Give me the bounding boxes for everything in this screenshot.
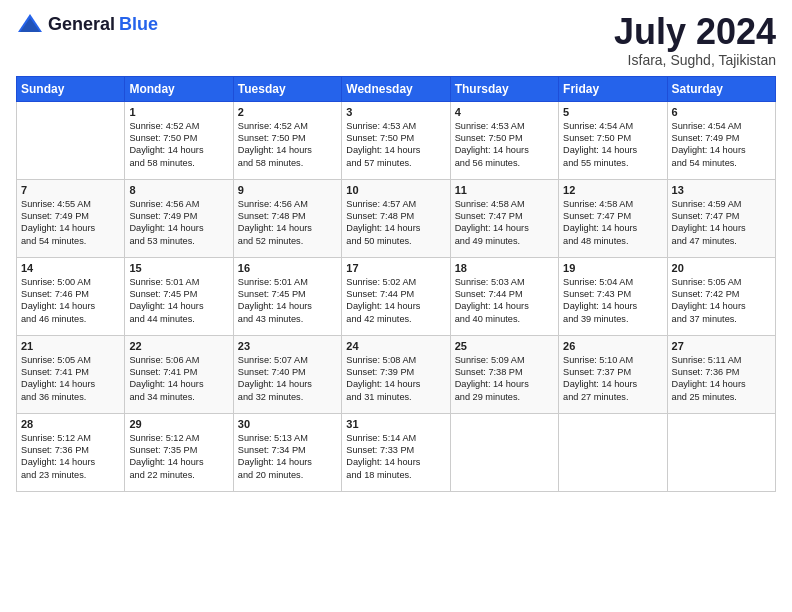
- calendar-cell: 11 Sunrise: 4:58 AMSunset: 7:47 PMDaylig…: [450, 179, 558, 257]
- calendar-cell: 30 Sunrise: 5:13 AMSunset: 7:34 PMDaylig…: [233, 413, 341, 491]
- day-info: Sunrise: 5:08 AMSunset: 7:39 PMDaylight:…: [346, 354, 445, 404]
- day-info: Sunrise: 4:55 AMSunset: 7:49 PMDaylight:…: [21, 198, 120, 248]
- day-info: Sunrise: 5:00 AMSunset: 7:46 PMDaylight:…: [21, 276, 120, 326]
- day-number: 25: [455, 340, 554, 352]
- logo-icon: [16, 12, 44, 36]
- calendar-cell: 15 Sunrise: 5:01 AMSunset: 7:45 PMDaylig…: [125, 257, 233, 335]
- day-info: Sunrise: 4:53 AMSunset: 7:50 PMDaylight:…: [346, 120, 445, 170]
- day-number: 13: [672, 184, 771, 196]
- day-info: Sunrise: 4:58 AMSunset: 7:47 PMDaylight:…: [563, 198, 662, 248]
- day-info: Sunrise: 5:13 AMSunset: 7:34 PMDaylight:…: [238, 432, 337, 482]
- day-info: Sunrise: 4:52 AMSunset: 7:50 PMDaylight:…: [238, 120, 337, 170]
- day-number: 24: [346, 340, 445, 352]
- calendar-cell: 22 Sunrise: 5:06 AMSunset: 7:41 PMDaylig…: [125, 335, 233, 413]
- logo-text-general: General: [48, 14, 115, 35]
- day-number: 14: [21, 262, 120, 274]
- day-info: Sunrise: 5:03 AMSunset: 7:44 PMDaylight:…: [455, 276, 554, 326]
- calendar-cell: 21 Sunrise: 5:05 AMSunset: 7:41 PMDaylig…: [17, 335, 125, 413]
- day-number: 2: [238, 106, 337, 118]
- day-info: Sunrise: 4:58 AMSunset: 7:47 PMDaylight:…: [455, 198, 554, 248]
- calendar-cell: [450, 413, 558, 491]
- calendar-week-3: 21 Sunrise: 5:05 AMSunset: 7:41 PMDaylig…: [17, 335, 776, 413]
- day-info: Sunrise: 5:01 AMSunset: 7:45 PMDaylight:…: [129, 276, 228, 326]
- day-number: 17: [346, 262, 445, 274]
- col-thursday: Thursday: [450, 76, 558, 101]
- calendar-cell: 6 Sunrise: 4:54 AMSunset: 7:49 PMDayligh…: [667, 101, 775, 179]
- col-monday: Monday: [125, 76, 233, 101]
- calendar-cell: [667, 413, 775, 491]
- day-info: Sunrise: 5:02 AMSunset: 7:44 PMDaylight:…: [346, 276, 445, 326]
- calendar-cell: 26 Sunrise: 5:10 AMSunset: 7:37 PMDaylig…: [559, 335, 667, 413]
- calendar-cell: 14 Sunrise: 5:00 AMSunset: 7:46 PMDaylig…: [17, 257, 125, 335]
- calendar-cell: 23 Sunrise: 5:07 AMSunset: 7:40 PMDaylig…: [233, 335, 341, 413]
- calendar-week-2: 14 Sunrise: 5:00 AMSunset: 7:46 PMDaylig…: [17, 257, 776, 335]
- calendar-cell: 17 Sunrise: 5:02 AMSunset: 7:44 PMDaylig…: [342, 257, 450, 335]
- day-number: 10: [346, 184, 445, 196]
- day-number: 1: [129, 106, 228, 118]
- logo: GeneralBlue: [16, 12, 158, 36]
- day-number: 31: [346, 418, 445, 430]
- calendar-cell: 9 Sunrise: 4:56 AMSunset: 7:48 PMDayligh…: [233, 179, 341, 257]
- day-info: Sunrise: 4:54 AMSunset: 7:50 PMDaylight:…: [563, 120, 662, 170]
- calendar-cell: 24 Sunrise: 5:08 AMSunset: 7:39 PMDaylig…: [342, 335, 450, 413]
- calendar-cell: 4 Sunrise: 4:53 AMSunset: 7:50 PMDayligh…: [450, 101, 558, 179]
- day-info: Sunrise: 4:57 AMSunset: 7:48 PMDaylight:…: [346, 198, 445, 248]
- calendar-table: Sunday Monday Tuesday Wednesday Thursday…: [16, 76, 776, 492]
- calendar-header: Sunday Monday Tuesday Wednesday Thursday…: [17, 76, 776, 101]
- day-number: 12: [563, 184, 662, 196]
- day-number: 18: [455, 262, 554, 274]
- day-info: Sunrise: 5:05 AMSunset: 7:41 PMDaylight:…: [21, 354, 120, 404]
- calendar-cell: 19 Sunrise: 5:04 AMSunset: 7:43 PMDaylig…: [559, 257, 667, 335]
- day-number: 5: [563, 106, 662, 118]
- header-area: GeneralBlue July 2024 Isfara, Sughd, Taj…: [16, 12, 776, 68]
- calendar-body: 1 Sunrise: 4:52 AMSunset: 7:50 PMDayligh…: [17, 101, 776, 491]
- calendar-cell: 27 Sunrise: 5:11 AMSunset: 7:36 PMDaylig…: [667, 335, 775, 413]
- calendar-cell: 7 Sunrise: 4:55 AMSunset: 7:49 PMDayligh…: [17, 179, 125, 257]
- day-info: Sunrise: 4:52 AMSunset: 7:50 PMDaylight:…: [129, 120, 228, 170]
- calendar-cell: [17, 101, 125, 179]
- day-number: 28: [21, 418, 120, 430]
- day-info: Sunrise: 5:11 AMSunset: 7:36 PMDaylight:…: [672, 354, 771, 404]
- calendar-cell: 31 Sunrise: 5:14 AMSunset: 7:33 PMDaylig…: [342, 413, 450, 491]
- calendar-week-0: 1 Sunrise: 4:52 AMSunset: 7:50 PMDayligh…: [17, 101, 776, 179]
- day-info: Sunrise: 4:54 AMSunset: 7:49 PMDaylight:…: [672, 120, 771, 170]
- day-number: 8: [129, 184, 228, 196]
- day-number: 7: [21, 184, 120, 196]
- day-number: 4: [455, 106, 554, 118]
- day-number: 9: [238, 184, 337, 196]
- header-row: Sunday Monday Tuesday Wednesday Thursday…: [17, 76, 776, 101]
- day-info: Sunrise: 4:59 AMSunset: 7:47 PMDaylight:…: [672, 198, 771, 248]
- calendar-cell: 8 Sunrise: 4:56 AMSunset: 7:49 PMDayligh…: [125, 179, 233, 257]
- calendar-cell: [559, 413, 667, 491]
- calendar-cell: 2 Sunrise: 4:52 AMSunset: 7:50 PMDayligh…: [233, 101, 341, 179]
- col-tuesday: Tuesday: [233, 76, 341, 101]
- day-number: 27: [672, 340, 771, 352]
- day-info: Sunrise: 5:10 AMSunset: 7:37 PMDaylight:…: [563, 354, 662, 404]
- title-area: July 2024 Isfara, Sughd, Tajikistan: [614, 12, 776, 68]
- calendar-cell: 5 Sunrise: 4:54 AMSunset: 7:50 PMDayligh…: [559, 101, 667, 179]
- calendar-cell: 12 Sunrise: 4:58 AMSunset: 7:47 PMDaylig…: [559, 179, 667, 257]
- calendar-cell: 25 Sunrise: 5:09 AMSunset: 7:38 PMDaylig…: [450, 335, 558, 413]
- col-friday: Friday: [559, 76, 667, 101]
- col-wednesday: Wednesday: [342, 76, 450, 101]
- day-info: Sunrise: 4:53 AMSunset: 7:50 PMDaylight:…: [455, 120, 554, 170]
- day-number: 3: [346, 106, 445, 118]
- calendar-cell: 3 Sunrise: 4:53 AMSunset: 7:50 PMDayligh…: [342, 101, 450, 179]
- calendar-cell: 29 Sunrise: 5:12 AMSunset: 7:35 PMDaylig…: [125, 413, 233, 491]
- calendar-cell: 16 Sunrise: 5:01 AMSunset: 7:45 PMDaylig…: [233, 257, 341, 335]
- day-number: 20: [672, 262, 771, 274]
- calendar-cell: 28 Sunrise: 5:12 AMSunset: 7:36 PMDaylig…: [17, 413, 125, 491]
- calendar-cell: 1 Sunrise: 4:52 AMSunset: 7:50 PMDayligh…: [125, 101, 233, 179]
- day-number: 26: [563, 340, 662, 352]
- day-info: Sunrise: 5:12 AMSunset: 7:36 PMDaylight:…: [21, 432, 120, 482]
- day-number: 19: [563, 262, 662, 274]
- day-number: 16: [238, 262, 337, 274]
- day-info: Sunrise: 5:04 AMSunset: 7:43 PMDaylight:…: [563, 276, 662, 326]
- calendar-cell: 20 Sunrise: 5:05 AMSunset: 7:42 PMDaylig…: [667, 257, 775, 335]
- calendar-cell: 10 Sunrise: 4:57 AMSunset: 7:48 PMDaylig…: [342, 179, 450, 257]
- day-number: 6: [672, 106, 771, 118]
- col-saturday: Saturday: [667, 76, 775, 101]
- day-number: 21: [21, 340, 120, 352]
- day-info: Sunrise: 4:56 AMSunset: 7:48 PMDaylight:…: [238, 198, 337, 248]
- day-number: 11: [455, 184, 554, 196]
